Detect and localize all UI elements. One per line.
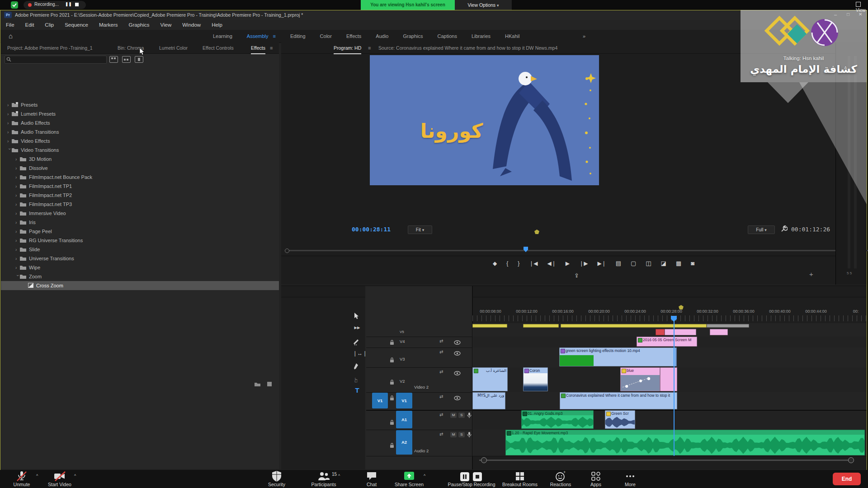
mute-track-button[interactable]: M — [450, 413, 457, 418]
tree-item-iris[interactable]: ›Iris — [1, 218, 279, 227]
end-meeting-button[interactable]: End — [833, 473, 861, 485]
timeline-clip[interactable] — [665, 329, 696, 335]
panel-menu-icon[interactable]: ≡ — [270, 42, 273, 53]
workspace-tab-graphics[interactable]: Graphics — [403, 30, 423, 42]
view-options-button[interactable]: View Options ▾ — [455, 0, 512, 10]
stop-recording-icon[interactable] — [75, 3, 79, 6]
sync-lock-icon[interactable]: ⇄ — [439, 349, 443, 354]
menu-file[interactable]: File — [6, 22, 14, 28]
solo-track-button[interactable]: S — [458, 432, 465, 437]
tree-item-immersive-video[interactable]: ›Immersive Video — [1, 209, 279, 218]
timeline-clip[interactable] — [561, 324, 707, 328]
tree-item-filmimpact-net-tp1[interactable]: ›FilmImpact.net TP1 — [1, 182, 279, 191]
filter-audio-effects-icon[interactable] — [122, 56, 131, 63]
settings-camera-button[interactable]: ◙ — [691, 260, 694, 267]
tree-item-lumetri-presets[interactable]: ›Lumetri Presets — [1, 109, 279, 118]
track-label-V2[interactable]: V2 — [400, 379, 405, 384]
home-icon[interactable]: ⌂ — [9, 32, 13, 40]
track-lock-icon[interactable] — [390, 379, 394, 387]
workspace-tab-editing[interactable]: Editing — [290, 30, 306, 42]
new-bin-icon[interactable] — [254, 381, 261, 387]
timeline-clip-green-screen-lighting-effects-[interactable]: green screen lighting effects motion 10.… — [559, 347, 677, 366]
menu-markers[interactable]: Markers — [99, 22, 118, 28]
mark-in-button[interactable]: { — [506, 260, 508, 267]
track-lock-icon[interactable] — [390, 339, 394, 347]
tree-item-page-peel[interactable]: ›Page Peel — [1, 227, 279, 236]
minimize-button[interactable]: – — [834, 12, 837, 17]
toggle-track-output-eye-icon[interactable] — [454, 349, 461, 357]
timeline-clip[interactable] — [523, 324, 559, 328]
toggle-track-output-eye-icon[interactable] — [454, 338, 461, 347]
sync-lock-icon[interactable]: ⇄ — [439, 412, 443, 417]
panel-menu-icon[interactable]: ≡ — [368, 42, 371, 53]
go-to-out-button[interactable]: ▶❘ — [597, 260, 606, 267]
lift-button[interactable]: ▤ — [616, 260, 621, 267]
workspace-tab-captions[interactable]: Captions — [437, 30, 457, 42]
timeline-clip[interactable] — [710, 329, 728, 335]
playback-resolution-dropdown[interactable]: Full ▾ — [748, 225, 775, 234]
workspace-tab-learning[interactable]: Learning — [213, 30, 232, 42]
share-screen-options-caret[interactable]: ^ — [424, 474, 425, 478]
menu-clip[interactable]: Clip — [45, 22, 54, 28]
tab-effect-controls[interactable]: Effect Controls — [203, 42, 234, 53]
timeline-clip[interactable] — [707, 324, 749, 328]
timeline-clip-الشاعرة-أ-ب[interactable]: الشاعرة أ.ب — [472, 367, 508, 391]
track-patch-V1[interactable]: V1 — [396, 393, 412, 408]
track-label-V5[interactable]: V5 — [400, 330, 404, 334]
track-label-V4[interactable]: V4 — [400, 339, 405, 344]
menu-sequence[interactable]: Sequence — [65, 22, 88, 28]
voice-over-record-icon[interactable] — [467, 432, 472, 440]
tree-item-universe-transitions[interactable]: ›Universe Transitions — [1, 254, 279, 263]
timeline-clip-1-20-rapid-eye-movement-mp3[interactable]: 1.20 - Rapid Eye Movement.mp3 — [505, 430, 865, 455]
track-label-V3[interactable]: V3 — [400, 357, 405, 361]
menu-view[interactable]: View — [160, 22, 172, 28]
program-scrubber-track[interactable] — [285, 250, 868, 251]
timeline-clip-green-scr[interactable]: Green Scr — [605, 410, 635, 429]
timeline-clip-blue[interactable]: blue — [620, 367, 660, 391]
export-frame-icon[interactable]: ⇪ — [574, 272, 579, 279]
timeline-clip-coronavirus-explained-where-it[interactable]: Coronavirus explained Where it came from… — [560, 392, 677, 409]
sync-lock-icon[interactable]: ⇄ — [439, 432, 443, 436]
sync-lock-icon[interactable]: ⇄ — [439, 394, 443, 399]
timeline-playhead-line[interactable] — [674, 317, 675, 456]
tab-effects[interactable]: Effects — [251, 42, 265, 54]
menu-edit[interactable]: Edit — [25, 22, 34, 28]
workspace-overflow-button[interactable]: » — [583, 30, 585, 42]
maximize-button[interactable]: □ — [847, 12, 849, 17]
sync-lock-icon[interactable]: ⇄ — [439, 369, 443, 374]
workspace-tab-assembly[interactable]: Assembly — [247, 30, 269, 42]
tree-item-presets[interactable]: ›Presets — [1, 100, 279, 109]
workspace-tab-effects[interactable]: Effects — [346, 30, 361, 42]
menu-graphics[interactable]: Graphics — [129, 22, 150, 28]
timeline-hscroll[interactable] — [479, 460, 851, 461]
tree-item-rg-universe-transitions[interactable]: ›RG Universe Transitions — [1, 236, 279, 245]
fit-dropdown[interactable]: Fit ▾ — [408, 225, 432, 234]
pause-recording-icon[interactable]: ❚❚ — [65, 2, 72, 6]
go-to-in-button[interactable]: ❘◀ — [529, 260, 538, 267]
settings-wrench-icon[interactable] — [780, 225, 788, 233]
timeline-clip[interactable] — [656, 329, 665, 335]
menu-window[interactable]: Window — [182, 22, 201, 28]
ruler-ticks[interactable] — [472, 315, 867, 321]
corner-view-button[interactable]: View — [856, 2, 868, 13]
track-lock-icon[interactable] — [390, 442, 394, 450]
timeline-clip-01-angry-gods-mp3[interactable]: 01. Angry Gods.mp3 — [521, 410, 594, 429]
timeline-clip[interactable] — [472, 324, 507, 328]
tree-item-wipe[interactable]: ›Wipe — [1, 263, 279, 272]
hscroll-right-knob[interactable] — [848, 457, 854, 463]
add-marker-button[interactable]: ◆ — [493, 260, 497, 267]
workspace-tab-audio[interactable]: Audio — [376, 30, 388, 42]
toggle-track-output-eye-icon[interactable] — [454, 394, 461, 402]
workspace-tab-color[interactable]: Color — [320, 30, 332, 42]
tree-item-dissolve[interactable]: ›Dissolve — [1, 164, 279, 173]
tree-item-video-transitions[interactable]: ›Video Transitions — [1, 145, 279, 155]
program-timecode[interactable]: 00:00:28:11 — [352, 226, 391, 233]
menu-help[interactable]: Help — [212, 22, 222, 28]
step-forward-button[interactable]: ❘▶ — [579, 260, 588, 267]
track-lock-icon[interactable] — [390, 394, 394, 403]
tree-item-filmimpact-net-tp3[interactable]: ›FilmImpact.net TP3 — [1, 200, 279, 209]
workspace-menu-icon[interactable]: ≡ — [273, 30, 276, 42]
tree-item-audio-effects[interactable]: ›Audio Effects — [1, 118, 279, 127]
extract-button[interactable]: ▢ — [631, 260, 636, 267]
solo-track-button[interactable]: S — [458, 413, 465, 418]
